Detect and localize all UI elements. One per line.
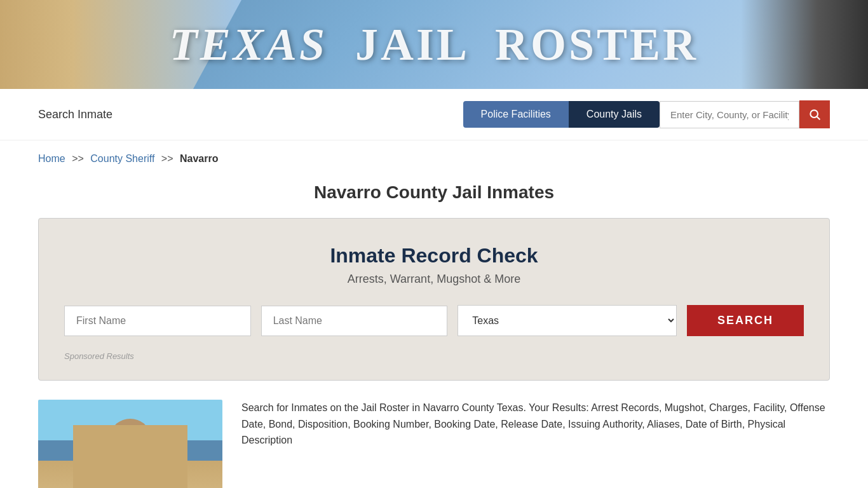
facility-search-input[interactable] (660, 101, 799, 128)
sponsored-label: Sponsored Results (64, 351, 804, 361)
breadcrumb-sep1: >> (72, 153, 84, 164)
nav-bar: Search Inmate Police Facilities County J… (0, 89, 868, 140)
building-shape (73, 425, 187, 488)
header-banner: Texas Jail Roster (0, 0, 868, 89)
first-name-input[interactable] (64, 306, 251, 336)
svg-line-1 (817, 117, 820, 120)
record-check-box: Inmate Record Check Arrests, Warrant, Mu… (38, 218, 830, 381)
breadcrumb: Home >> County Sheriff >> Navarro (0, 140, 868, 177)
title-word3: Roster (495, 19, 698, 70)
nav-right-group: Police Facilities County Jails (463, 100, 830, 128)
breadcrumb-current: Navarro (180, 153, 218, 164)
courthouse-image (38, 400, 222, 488)
bottom-description: Search for Inmates on the Jail Roster in… (241, 400, 830, 449)
last-name-input[interactable] (261, 306, 448, 336)
title-word1: Texas (170, 19, 327, 70)
state-select[interactable]: AlabamaAlaskaArizonaArkansasCaliforniaCo… (458, 305, 677, 336)
title-word2: Jail (355, 19, 467, 70)
county-jails-button[interactable]: County Jails (569, 101, 660, 128)
police-facilities-button[interactable]: Police Facilities (463, 101, 569, 128)
svg-point-0 (810, 110, 818, 118)
breadcrumb-county-sheriff[interactable]: County Sheriff (90, 153, 154, 164)
breadcrumb-sep2: >> (161, 153, 173, 164)
record-check-title: Inmate Record Check (64, 244, 804, 268)
bottom-section: Search for Inmates on the Jail Roster in… (0, 381, 868, 488)
record-check-subtitle: Arrests, Warrant, Mugshot & More (64, 273, 804, 286)
breadcrumb-home[interactable]: Home (38, 153, 65, 164)
keys-background (741, 0, 868, 89)
page-title: Navarro County Jail Inmates (0, 182, 868, 203)
site-title: Texas Jail Roster (170, 18, 698, 71)
record-check-form: AlabamaAlaskaArizonaArkansasCaliforniaCo… (64, 305, 804, 336)
nav-search-label: Search Inmate (38, 108, 112, 121)
inmate-search-button[interactable]: SEARCH (687, 305, 804, 336)
facility-search-button[interactable] (799, 100, 830, 128)
search-icon (808, 108, 821, 121)
